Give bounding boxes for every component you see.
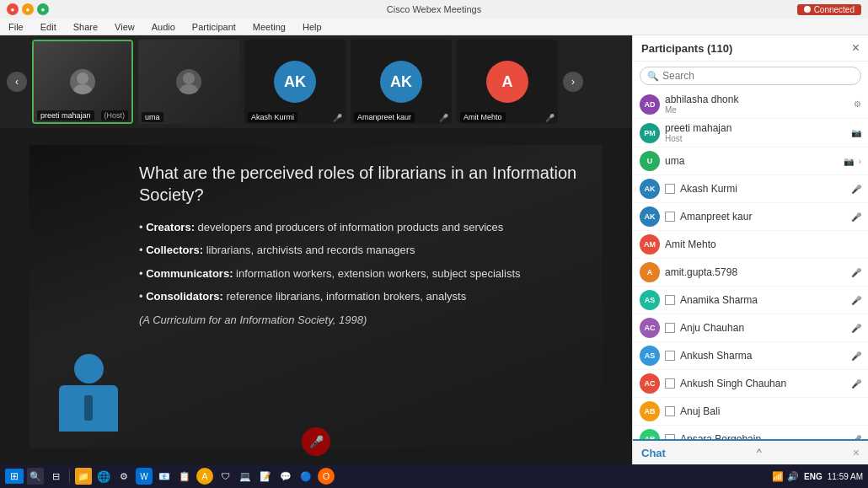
name-area-apsara: Apsara Borgohain — [680, 433, 846, 439]
avatar-apsara: AB — [640, 429, 660, 439]
taskbar-app1[interactable]: 📧 — [156, 468, 173, 485]
participant-row-akash-p: AK Akash Kurmi 🎤 — [633, 175, 868, 203]
connected-label: Connected — [814, 5, 855, 14]
chat-close-icon[interactable]: × — [853, 446, 860, 459]
maximize-button[interactable]: ● — [37, 3, 49, 15]
slide-bullet-4: • Consolidators: reference librarians, i… — [139, 288, 586, 305]
avatar-amanpreet-p: AK — [640, 206, 660, 227]
slide-content: What are the perceived roles of libraria… — [29, 145, 603, 448]
participant-thumb-uma: uma — [138, 40, 239, 124]
close-button[interactable]: ● — [7, 3, 19, 15]
taskbar-app6[interactable]: 📝 — [257, 468, 274, 485]
name-area-uma: uma — [665, 155, 839, 167]
status-area: Connected — [797, 4, 861, 15]
host-badge: (Host) — [101, 110, 129, 121]
participant-row-abhilasha: AD abhilasha dhonk Me ⚙ — [633, 90, 868, 119]
muted-icon-amitg: 🎤 — [851, 268, 861, 277]
checkbox-anuj[interactable] — [665, 406, 675, 416]
search-input[interactable] — [662, 70, 854, 82]
more-icon-uma[interactable]: › — [859, 157, 861, 166]
menu-help[interactable]: Help — [299, 21, 325, 33]
taskbar-app5[interactable]: 💻 — [237, 468, 254, 485]
taskbar-webex[interactable]: W — [136, 468, 153, 485]
slide-title: What are the perceived roles of libraria… — [139, 162, 586, 206]
menu-audio[interactable]: Audio — [148, 21, 179, 33]
start-button[interactable]: ⊞ — [5, 469, 24, 484]
panel-close-button[interactable]: × — [852, 40, 860, 56]
checkbox-ankushsc[interactable] — [665, 378, 675, 389]
name-area-preeti: preeti mahajan Host — [665, 122, 846, 143]
taskbar-task-view[interactable]: ⊟ — [47, 468, 64, 485]
muted-icon-amanpreet: 🎤 — [851, 212, 861, 222]
name-area-amit-p: Amit Mehto — [665, 239, 861, 250]
taskbar-app4[interactable]: 🛡 — [217, 468, 233, 485]
p-name-abhilasha: abhilasha dhonk — [665, 94, 849, 105]
chat-expand-icon[interactable]: ^ — [757, 447, 762, 459]
taskbar-app2[interactable]: 📋 — [176, 468, 193, 485]
p-role-abhilasha: Me — [665, 105, 849, 115]
camera-icon-uma: 📷 — [844, 157, 854, 166]
thumb-label-preeti: preeti mahajan — [37, 110, 94, 121]
volume-icon: 🔊 — [787, 471, 799, 482]
checkbox-anju[interactable] — [665, 323, 675, 333]
name-area-abhilasha: abhilasha dhonk Me — [665, 94, 849, 115]
checkbox-akash[interactable] — [665, 184, 675, 194]
svg-point-0 — [77, 72, 88, 84]
system-icons: 📶 🔊 — [772, 471, 799, 482]
participant-thumb-amit: A Amit Mehto 🎤 — [457, 40, 558, 124]
svg-point-3 — [179, 84, 198, 94]
minimize-button[interactable]: ● — [22, 3, 34, 15]
menu-participant[interactable]: Participant — [189, 21, 239, 33]
participant-row-anju: AC Anju Chauhan 🎤 — [633, 314, 868, 342]
taskbar-settings[interactable]: ⚙ — [115, 468, 132, 485]
taskbar: ⊞ 🔍 ⊟ 📁 🌐 ⚙ W 📧 📋 A 🛡 💻 📝 💬 🔵 O 📶 🔊 ENG … — [0, 464, 868, 488]
search-box[interactable]: 🔍 — [640, 67, 861, 85]
chat-label: Chat — [641, 447, 666, 459]
thumb-label-akash: Akash Kurmi — [248, 112, 297, 122]
nav-left-button[interactable]: ‹ — [7, 72, 27, 92]
p-name-amit-p: Amit Mehto — [665, 239, 861, 250]
avatar-ankush: AS — [640, 346, 660, 366]
muted-icon-ankush: 🎤 — [851, 351, 861, 361]
p-name-ankush: Ankush Sharma — [680, 350, 846, 362]
avatar-abhilasha: AD — [640, 94, 660, 115]
nav-right-button[interactable]: › — [563, 72, 583, 92]
panel-header: Participants (110) × — [633, 35, 868, 62]
checkbox-ankush[interactable] — [665, 351, 675, 361]
menu-file[interactable]: File — [5, 21, 27, 33]
slide-bullet-1: • Creators: developers and producers of … — [139, 219, 586, 236]
language-badge: ENG — [804, 472, 822, 481]
chat-panel[interactable]: Chat ^ × — [633, 439, 868, 464]
gear-icon-abhilasha[interactable]: ⚙ — [854, 99, 861, 109]
menu-view[interactable]: View — [111, 21, 138, 33]
slide-area: What are the perceived roles of libraria… — [0, 128, 632, 464]
taskbar-chrome[interactable]: 🌐 — [95, 468, 112, 485]
muted-icon-ankushsc: 🎤 — [851, 379, 861, 389]
slide-figure — [46, 354, 131, 432]
taskbar-app7[interactable]: 💬 — [277, 468, 294, 485]
p-name-apsara: Apsara Borgohain — [680, 433, 846, 439]
taskbar-app8[interactable]: 🔵 — [297, 468, 314, 485]
window-controls[interactable]: ● ● ● — [7, 3, 49, 15]
participants-strip: ‹ preeti mahajan (Host) — [0, 35, 632, 128]
checkbox-anamika[interactable] — [665, 295, 675, 305]
taskbar-app9[interactable]: O — [318, 468, 335, 485]
start-icon: ⊞ — [10, 470, 19, 482]
thumb-label-amit: Amit Mehto — [460, 112, 506, 122]
menu-share[interactable]: Share — [70, 21, 101, 33]
p-name-amitg: amit.gupta.5798 — [665, 266, 846, 278]
checkbox-amanpreet[interactable] — [665, 212, 675, 222]
taskbar-file-explorer[interactable]: 📁 — [75, 468, 92, 485]
right-panel: Participants (110) × 🔍 AD abhilasha dhon… — [632, 35, 868, 464]
taskbar-app3[interactable]: A — [196, 468, 213, 485]
participant-thumb-akash: AK Akash Kurmi 🎤 — [244, 40, 346, 124]
taskbar-clock: 11:59 AM — [828, 471, 863, 482]
mute-button[interactable]: 🎤 — [302, 427, 330, 456]
avatar-amitg: A — [640, 262, 660, 282]
avatar-akash: AK — [274, 61, 316, 103]
taskbar-search[interactable]: 🔍 — [27, 468, 44, 485]
menu-bar: File Edit Share View Audio Participant M… — [0, 19, 868, 35]
menu-edit[interactable]: Edit — [37, 21, 60, 33]
muted-icon-anju: 🎤 — [851, 324, 861, 333]
menu-meeting[interactable]: Meeting — [249, 21, 289, 33]
